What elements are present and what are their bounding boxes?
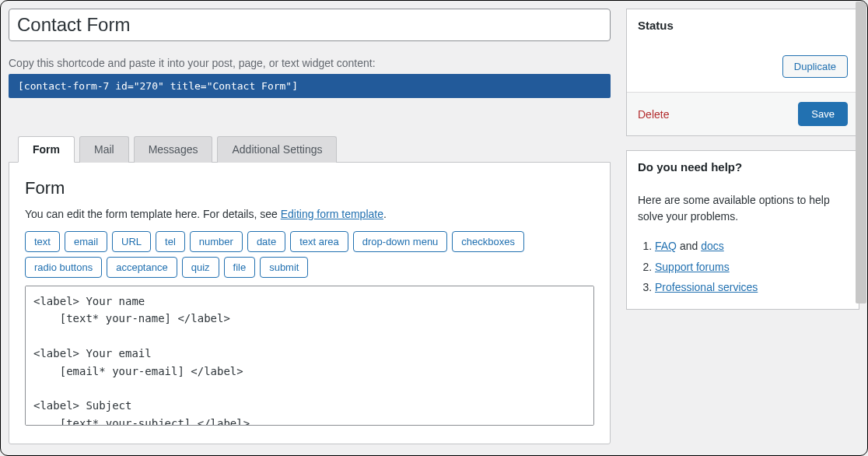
tag-btn-submit[interactable]: submit <box>260 257 308 278</box>
tag-btn-email[interactable]: email <box>65 231 107 252</box>
help-box: Do you need help? Here are some availabl… <box>626 150 859 310</box>
tag-btn-dropdown[interactable]: drop-down menu <box>353 231 448 252</box>
tab-additional-settings[interactable]: Additional Settings <box>217 136 337 163</box>
tag-generator-row: text email URL tel number date text area… <box>25 231 594 278</box>
tag-btn-acceptance[interactable]: acceptance <box>107 257 177 278</box>
docs-link[interactable]: docs <box>701 240 724 252</box>
tab-form[interactable]: Form <box>18 136 75 163</box>
form-panel-heading: Form <box>25 178 594 198</box>
help-item-faq: FAQ and docs <box>655 236 848 257</box>
page-scrollbar[interactable] <box>856 2 866 303</box>
support-forums-link[interactable]: Support forums <box>655 261 730 273</box>
help-item-services: Professional services <box>655 277 848 298</box>
tag-btn-text[interactable]: text <box>25 231 60 252</box>
help-heading: Do you need help? <box>627 151 859 183</box>
form-template-textarea[interactable] <box>25 286 594 426</box>
delete-link[interactable]: Delete <box>638 108 669 121</box>
shortcode-value-input[interactable] <box>9 74 611 98</box>
tag-btn-number[interactable]: number <box>190 231 243 252</box>
note-suffix: . <box>383 208 387 220</box>
tag-btn-tel[interactable]: tel <box>156 231 185 252</box>
tag-btn-textarea[interactable]: text area <box>290 231 348 252</box>
note-prefix: You can edit the form template here. For… <box>25 208 281 220</box>
tag-btn-file[interactable]: file <box>224 257 256 278</box>
help-and-text: and <box>677 240 701 252</box>
form-panel-note: You can edit the form template here. For… <box>25 208 594 220</box>
tab-mail[interactable]: Mail <box>79 136 129 163</box>
save-button[interactable]: Save <box>798 102 848 126</box>
form-tab-panel: Form You can edit the form template here… <box>9 162 611 444</box>
shortcode-hint-text: Copy this shortcode and paste it into yo… <box>9 57 611 69</box>
main-column: Copy this shortcode and paste it into yo… <box>9 9 611 455</box>
status-box: Status Duplicate Delete Save <box>626 9 859 136</box>
help-intro-text: Here are some available options to help … <box>638 192 848 225</box>
tag-btn-quiz[interactable]: quiz <box>182 257 219 278</box>
tag-btn-date[interactable]: date <box>247 231 285 252</box>
help-list: FAQ and docs Support forums Professional… <box>638 236 848 298</box>
tag-btn-checkboxes[interactable]: checkboxes <box>452 231 524 252</box>
form-title-input[interactable] <box>9 9 611 41</box>
tag-btn-radio[interactable]: radio buttons <box>25 257 102 278</box>
help-item-forums: Support forums <box>655 257 848 278</box>
sidebar-column: Status Duplicate Delete Save Do you need… <box>626 9 859 455</box>
status-heading: Status <box>627 9 859 41</box>
faq-link[interactable]: FAQ <box>655 240 677 252</box>
tab-messages[interactable]: Messages <box>134 136 213 163</box>
duplicate-button[interactable]: Duplicate <box>782 55 848 78</box>
professional-services-link[interactable]: Professional services <box>655 281 758 293</box>
editing-template-link[interactable]: Editing form template <box>281 208 383 220</box>
editor-tab-list: Form Mail Messages Additional Settings <box>9 135 611 162</box>
tag-btn-url[interactable]: URL <box>112 231 151 252</box>
